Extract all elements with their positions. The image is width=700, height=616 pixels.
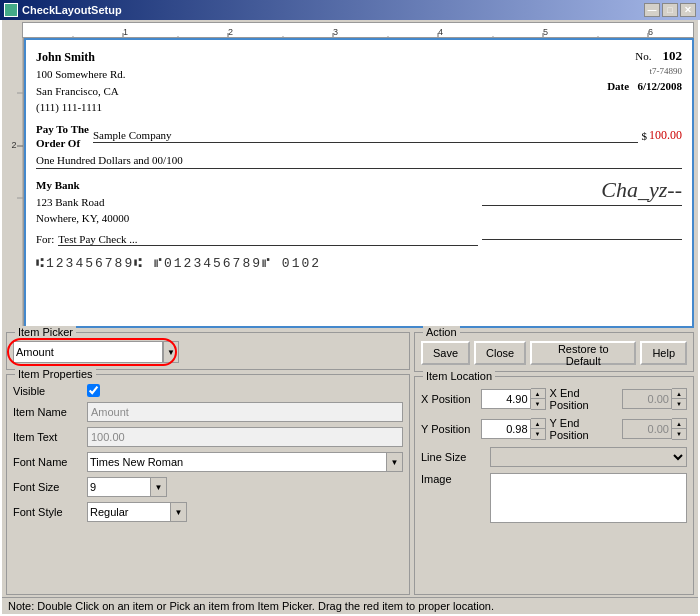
title-bar-buttons: — □ ✕ (644, 3, 696, 17)
font-name-arrow[interactable]: ▼ (387, 452, 403, 472)
y-position-input[interactable] (481, 419, 531, 439)
save-button[interactable]: Save (421, 341, 470, 365)
item-location-label: Item Location (423, 370, 495, 382)
x-position-up-button[interactable]: ▲ (531, 389, 545, 399)
font-style-label: Font Style (13, 506, 83, 518)
item-picker-group: Item Picker Amount Payee Date Memo Check… (6, 332, 410, 370)
ruler-container: 1 2 3 4 5 6 (2, 20, 698, 38)
x-end-position-spinner-buttons: ▲ ▼ (672, 388, 687, 410)
close-button[interactable]: ✕ (680, 3, 696, 17)
y-position-down-button[interactable]: ▼ (531, 429, 545, 439)
item-picker-label: Item Picker (15, 326, 76, 338)
y-end-position-spinner: ▲ ▼ (622, 418, 687, 440)
signature-area: Cha_yz-- (482, 177, 682, 206)
payee-name: John Smith (36, 48, 126, 66)
x-position-spinner: ▲ ▼ (481, 388, 546, 410)
close-button[interactable]: Close (474, 341, 526, 365)
item-name-row: Item Name (13, 402, 403, 422)
bank-addr2: Nowhere, KY, 40000 (36, 210, 129, 227)
x-end-position-input (622, 389, 672, 409)
font-style-select[interactable]: Regular Bold Italic Bold Italic (87, 502, 171, 522)
item-text-input[interactable] (87, 427, 403, 447)
svg-text:5: 5 (543, 27, 548, 37)
font-style-arrow[interactable]: ▼ (171, 502, 187, 522)
dropdown-wrapper: Amount Payee Date Memo Check Number Writ… (13, 341, 179, 363)
right-panel: Action Save Close Restore to Default Hel… (414, 332, 694, 595)
dropdown-arrow-button[interactable]: ▼ (163, 341, 179, 363)
left-panel: Item Picker Amount Payee Date Memo Check… (6, 332, 410, 595)
y-end-position-spinner-buttons: ▲ ▼ (672, 418, 687, 440)
y-position-row: Y Position ▲ ▼ Y End Position ▲ ▼ (421, 417, 687, 441)
window-title: CheckLayoutSetup (22, 4, 122, 16)
item-picker-select[interactable]: Amount Payee Date Memo Check Number Writ… (13, 341, 163, 363)
x-end-position-spinner: ▲ ▼ (622, 388, 687, 410)
y-end-down-button: ▼ (672, 429, 686, 439)
svg-text:2: 2 (11, 140, 16, 150)
font-size-dropdown-wrapper: 8 9 10 11 12 ▼ (87, 477, 167, 497)
item-name-label: Item Name (13, 406, 83, 418)
svg-text:6: 6 (648, 27, 653, 37)
bank-addr1: 123 Bank Road (36, 194, 129, 211)
font-style-row: Font Style Regular Bold Italic Bold Ital… (13, 502, 403, 522)
y-end-up-button: ▲ (672, 419, 686, 429)
check-preview: John Smith 100 Somewhere Rd. San Francis… (24, 38, 694, 328)
amount-box: $ 100.00 (642, 128, 683, 143)
bank-info: My Bank 123 Bank Road Nowhere, KY, 40000 (36, 177, 129, 227)
memo-label: For: (36, 233, 54, 245)
y-position-spinner: ▲ ▼ (481, 418, 546, 440)
svg-text:2: 2 (228, 27, 233, 37)
check-no-label: No. (635, 50, 651, 62)
font-style-dropdown-wrapper: Regular Bold Italic Bold Italic ▼ (87, 502, 187, 522)
title-bar: CheckLayoutSetup — □ ✕ (0, 0, 700, 20)
x-end-position-label: X End Position (550, 387, 618, 411)
x-position-down-button[interactable]: ▼ (531, 399, 545, 409)
line-size-label: Line Size (421, 451, 486, 463)
x-position-label: X Position (421, 393, 477, 405)
signature-line (482, 205, 682, 206)
y-position-spinner-buttons: ▲ ▼ (531, 418, 546, 440)
window-body: 1 2 3 4 5 6 (0, 20, 700, 616)
font-size-row: Font Size 8 9 10 11 12 ▼ (13, 477, 403, 497)
x-position-input[interactable] (481, 389, 531, 409)
memo-row: For: Test Pay Check ... (36, 233, 682, 246)
payee-phone: (111) 111-1111 (36, 99, 126, 116)
item-picker-dropdown: Amount Payee Date Memo Check Number Writ… (13, 341, 403, 363)
line-size-select[interactable] (490, 447, 687, 467)
x-position-row: X Position ▲ ▼ X End Position ▲ ▼ (421, 387, 687, 411)
date-label: Date (607, 80, 629, 92)
payee-company: Sample Company (93, 129, 638, 143)
action-label: Action (423, 326, 460, 338)
ruler-left-svg: 2 (6, 38, 24, 328)
help-button[interactable]: Help (640, 341, 687, 365)
ruler-svg: 1 2 3 4 5 6 (23, 23, 693, 38)
bottom-panel: Item Picker Amount Payee Date Memo Check… (2, 328, 698, 597)
font-name-select[interactable]: Times New Roman Arial Courier New Verdan… (87, 452, 387, 472)
visible-label: Visible (13, 385, 83, 397)
y-position-up-button[interactable]: ▲ (531, 419, 545, 429)
y-end-position-label: Y End Position (550, 417, 618, 441)
micr-line: ⑆123456789⑆ ⑈0123456789⑈ 0102 (36, 256, 682, 271)
svg-text:4: 4 (438, 27, 443, 37)
line-size-row: Line Size (421, 447, 687, 467)
x-end-down-button: ▼ (672, 399, 686, 409)
visible-checkbox[interactable] (87, 384, 100, 397)
image-label: Image (421, 473, 486, 485)
font-size-select[interactable]: 8 9 10 11 12 (87, 477, 151, 497)
restore-default-button[interactable]: Restore to Default (530, 341, 636, 365)
item-name-input[interactable] (87, 402, 403, 422)
item-text-row: Item Text (13, 427, 403, 447)
memo-value: Test Pay Check ... (58, 233, 478, 246)
image-box (490, 473, 687, 523)
y-position-label: Y Position (421, 423, 477, 435)
maximize-button[interactable]: □ (662, 3, 678, 17)
visible-row: Visible (13, 384, 403, 397)
svg-text:3: 3 (333, 27, 338, 37)
pay-to-row: Pay To The Order Of Sample Company $ 100… (36, 122, 682, 151)
item-location-group: Item Location X Position ▲ ▼ X End Posit… (414, 376, 694, 595)
font-size-arrow[interactable]: ▼ (151, 477, 167, 497)
svg-text:1: 1 (123, 27, 128, 37)
payee-addr1: 100 Somewhere Rd. (36, 66, 126, 83)
minimize-button[interactable]: — (644, 3, 660, 17)
check-no-value: 102 (663, 48, 683, 63)
payee-address: John Smith 100 Somewhere Rd. San Francis… (36, 48, 126, 116)
